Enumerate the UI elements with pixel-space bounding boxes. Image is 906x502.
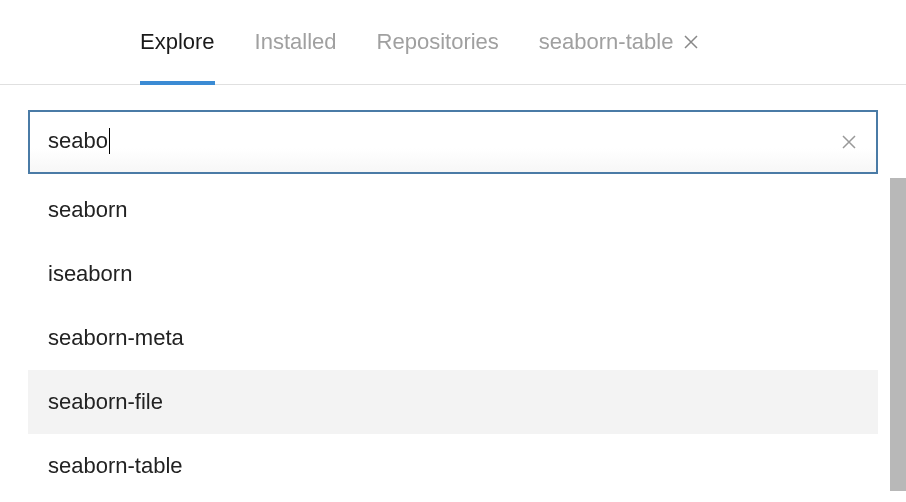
list-item[interactable]: seaborn-file — [28, 370, 878, 434]
scrollbar[interactable] — [890, 178, 906, 502]
search-input-value: seabo — [48, 128, 840, 155]
list-item[interactable]: seaborn-meta — [28, 306, 878, 370]
search-input[interactable]: seabo — [28, 110, 878, 174]
tab-installed-label: Installed — [255, 29, 337, 55]
result-label: seaborn-meta — [48, 325, 184, 350]
tab-repositories[interactable]: Repositories — [377, 0, 499, 84]
tab-explore-label: Explore — [140, 29, 215, 55]
scrollbar-thumb[interactable] — [890, 178, 906, 491]
tab-installed[interactable]: Installed — [255, 0, 337, 84]
list-item[interactable]: seaborn-table — [28, 434, 878, 498]
tab-explore[interactable]: Explore — [140, 0, 215, 84]
text-cursor — [109, 128, 111, 154]
result-label: iseaborn — [48, 261, 132, 286]
tab-repositories-label: Repositories — [377, 29, 499, 55]
list-item[interactable]: seaborn — [28, 178, 878, 242]
tab-seaborn-table[interactable]: seaborn-table — [539, 0, 700, 84]
results-list: seaborn iseaborn seaborn-meta seaborn-fi… — [28, 178, 878, 498]
close-icon[interactable] — [683, 34, 699, 50]
tab-extra-label: seaborn-table — [539, 29, 674, 55]
list-item[interactable]: iseaborn — [28, 242, 878, 306]
result-label: seaborn-table — [48, 453, 183, 478]
tabs-bar: Explore Installed Repositories seaborn-t… — [0, 0, 906, 85]
content-area: seabo seaborn iseaborn seaborn-meta seab… — [0, 85, 906, 498]
clear-icon[interactable] — [840, 133, 858, 151]
result-label: seaborn — [48, 197, 128, 222]
result-label: seaborn-file — [48, 389, 163, 414]
